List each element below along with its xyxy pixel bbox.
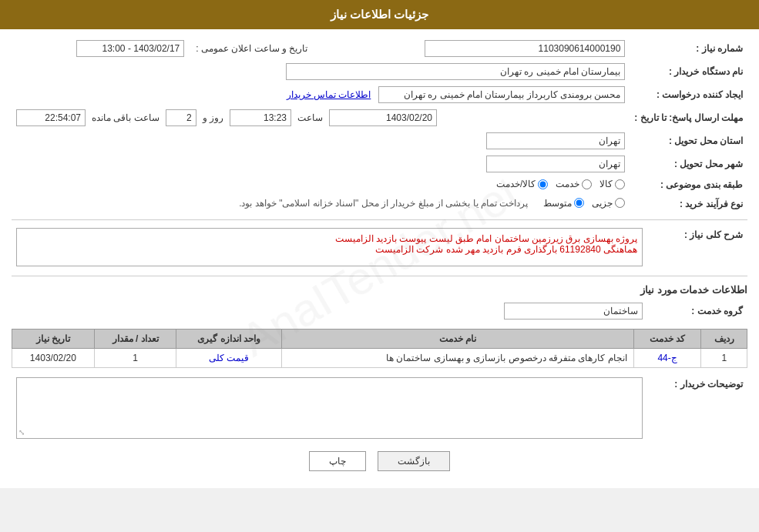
deadline-days-label: روز و xyxy=(203,112,223,123)
row-city: شهر محل تحویل : تهران xyxy=(12,152,747,176)
request-number-value: 1103090614000190 xyxy=(312,37,630,60)
cell-unit: قیمت کلی xyxy=(176,349,282,368)
process-label: نوع فرآیند خرید : xyxy=(630,195,747,214)
service-group-table: گروه خدمت : ساختمان xyxy=(12,299,747,323)
description-line2: هماهنگی 61192840 بارگذاری فرم بازدید مهر… xyxy=(22,244,637,255)
announce-value: 1403/02/17 - 13:00 xyxy=(12,37,189,60)
creator-value: محسن برومندی کاربرداز بیمارستان امام خمی… xyxy=(12,83,630,106)
deadline-value: 1403/02/20 ساعت 13:23 روز و 2 ساعت باقی … xyxy=(12,106,630,129)
deadline-remaining-label: ساعت باقی مانده xyxy=(92,112,160,123)
buttons-row: بازگشت چاپ xyxy=(12,451,747,471)
description-line1: پروژه بهسازی برق زیرزمین ساختمان امام طب… xyxy=(22,233,637,244)
city-label: شهر محل تحویل : xyxy=(630,152,747,176)
city-value: تهران xyxy=(12,152,630,176)
notes-box: ⤡ xyxy=(16,377,643,439)
cell-date: 1403/02/20 xyxy=(12,349,95,368)
deadline-remaining: 22:54:07 xyxy=(16,109,86,126)
row-category: طبقه بندی موضوعی : کالا خدمت xyxy=(12,176,747,195)
description-table: شرح کلی نیاز : پروژه بهسازی برق زیرزمین … xyxy=(12,225,747,269)
th-date: تاریخ نیاز xyxy=(12,330,95,349)
radio-medium[interactable]: متوسط xyxy=(543,198,584,209)
radio-both[interactable]: کالا/خدمت xyxy=(496,179,548,189)
th-code: کد خدمت xyxy=(633,330,701,349)
row-buyer-org: نام دستگاه خریدار : بیمارستان امام خمینی… xyxy=(12,60,747,83)
buyer-org-value: بیمارستان امام خمینی ره تهران xyxy=(12,60,630,83)
service-group-value: ساختمان xyxy=(12,299,647,323)
resize-icon: ⤡ xyxy=(18,428,25,437)
services-table: ردیف کد خدمت نام خدمت واحد اندازه گیری ت… xyxy=(12,329,747,368)
table-header-row: ردیف کد خدمت نام خدمت واحد اندازه گیری ت… xyxy=(12,330,747,349)
services-section-title: اطلاعات خدمات مورد نیاز xyxy=(12,284,747,296)
deadline-days: 2 xyxy=(166,109,196,126)
contact-link[interactable]: اطلاعات تماس خریدار xyxy=(287,89,371,100)
request-number-input: 1103090614000190 xyxy=(425,40,625,57)
th-row: ردیف xyxy=(701,330,747,349)
header-title: جزئیات اطلاعات نیاز xyxy=(331,8,428,21)
notes-label: توضیحات خریدار : xyxy=(647,374,747,442)
process-note: پرداخت تمام یا بخشی از مبلغ خریدار از مح… xyxy=(239,198,528,209)
cell-code: ج-44 xyxy=(633,349,701,368)
creator-label: ایجاد کننده درخواست : xyxy=(630,83,747,106)
row-description: شرح کلی نیاز : پروژه بهسازی برق زیرزمین … xyxy=(12,225,747,269)
cell-name: انجام کارهای متفرقه درخصوص بازسازی و بهس… xyxy=(282,349,634,368)
table-row: 1 ج-44 انجام کارهای متفرقه درخصوص بازساز… xyxy=(12,349,747,368)
th-qty: تعداد / مقدار xyxy=(94,330,176,349)
cell-qty: 1 xyxy=(94,349,176,368)
row-deadline: مهلت ارسال پاسخ: تا تاریخ : 1403/02/20 س… xyxy=(12,106,747,129)
print-button[interactable]: چاپ xyxy=(309,451,366,471)
deadline-date: 1403/02/20 xyxy=(329,109,437,126)
buyer-org-label: نام دستگاه خریدار : xyxy=(630,60,747,83)
radio-part[interactable]: جزیی xyxy=(592,198,625,209)
th-name: نام خدمت xyxy=(282,330,634,349)
main-content: شماره نیاز : 1103090614000190 تاریخ و سا… xyxy=(0,29,759,488)
page-container: AnaITender.net جزئیات اطلاعات نیاز شماره… xyxy=(0,0,759,488)
request-number-label: شماره نیاز : xyxy=(630,37,747,60)
service-group-label: گروه خدمت : xyxy=(647,299,747,323)
th-unit: واحد اندازه گیری xyxy=(176,330,282,349)
province-value: تهران xyxy=(12,129,630,152)
announce-label: تاریخ و ساعت اعلان عمومی : xyxy=(189,37,312,60)
row-creator: ایجاد کننده درخواست : محسن برومندی کاربر… xyxy=(12,83,747,106)
radio-service[interactable]: خدمت xyxy=(556,179,592,189)
category-options: کالا خدمت کالا/خدمت xyxy=(12,176,630,195)
process-options: جزیی متوسط پرداخت تمام یا بخشی از مبلغ خ… xyxy=(12,195,630,214)
back-button[interactable]: بازگشت xyxy=(378,451,450,471)
row-request-number: شماره نیاز : 1103090614000190 تاریخ و سا… xyxy=(12,37,747,60)
page-header: جزئیات اطلاعات نیاز xyxy=(0,0,759,29)
deadline-time-label: ساعت xyxy=(297,112,323,123)
cell-row: 1 xyxy=(701,349,747,368)
description-content: پروژه بهسازی برق زیرزمین ساختمان امام طب… xyxy=(12,225,647,269)
category-label: طبقه بندی موضوعی : xyxy=(630,176,747,195)
row-notes: توضیحات خریدار : ⤡ xyxy=(12,374,747,442)
row-process: نوع فرآیند خرید : جزیی متوسط پرداخت تمام… xyxy=(12,195,747,214)
description-box: پروژه بهسازی برق زیرزمین ساختمان امام طب… xyxy=(16,228,643,266)
province-label: استان محل تحویل : xyxy=(630,129,747,152)
description-label: شرح کلی نیاز : xyxy=(647,225,747,269)
row-service-group: گروه خدمت : ساختمان xyxy=(12,299,747,323)
notes-content: ⤡ xyxy=(12,374,647,442)
info-table: شماره نیاز : 1103090614000190 تاریخ و سا… xyxy=(12,37,747,213)
deadline-label: مهلت ارسال پاسخ: تا تاریخ : xyxy=(630,106,747,129)
notes-table: توضیحات خریدار : ⤡ xyxy=(12,374,747,442)
row-province: استان محل تحویل : تهران xyxy=(12,129,747,152)
deadline-time: 13:23 xyxy=(230,109,291,126)
radio-goods[interactable]: کالا xyxy=(599,179,625,189)
